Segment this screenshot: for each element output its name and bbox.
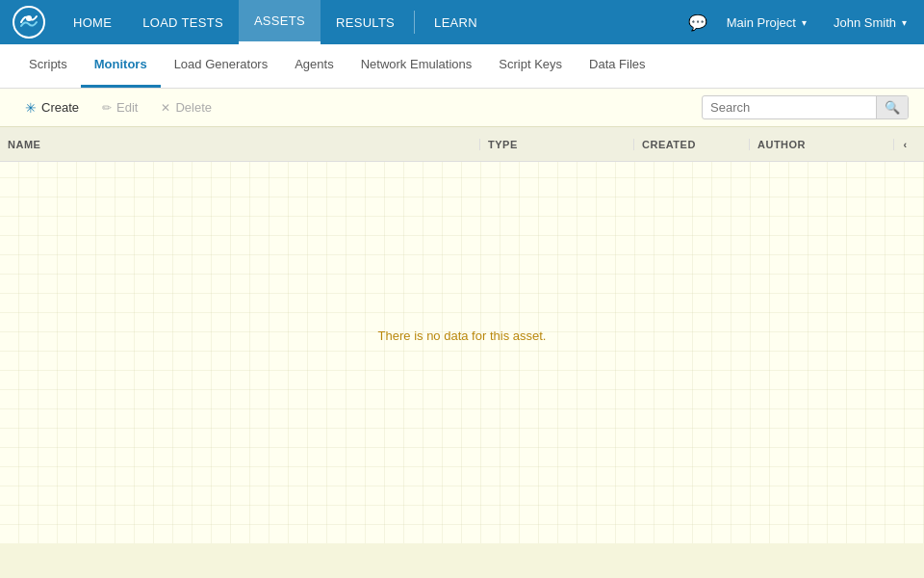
nav-load-tests[interactable]: LOAD TESTS (127, 0, 239, 44)
asterisk-icon: ✳ (25, 100, 37, 116)
nav-learn[interactable]: LEARN (419, 0, 493, 44)
tab-data-files[interactable]: Data Files (576, 43, 659, 88)
search-icon: 🔍 (885, 100, 900, 115)
svg-point-1 (26, 15, 32, 21)
edit-button[interactable]: ✏ Edit (92, 95, 147, 119)
table-header: NAME TYPE CREATED AUTHOR ‹ (0, 127, 924, 162)
nav-home[interactable]: HOME (58, 0, 127, 44)
search-input[interactable] (703, 96, 876, 118)
col-header-name: NAME (8, 139, 479, 150)
empty-message: There is no data for this asset. (378, 328, 547, 343)
search-wrapper: 🔍 (702, 95, 909, 119)
app-logo (10, 5, 48, 39)
edit-icon: ✏ (102, 101, 112, 115)
project-selector[interactable]: Main Project ▾ (719, 12, 814, 34)
toolbar: ✳ Create ✏ Edit ✕ Delete 🔍 (0, 89, 924, 127)
nav-right: 💬 Main Project ▾ John Smith ▾ (688, 12, 914, 34)
nav-divider (414, 11, 415, 34)
tab-load-generators[interactable]: Load Generators (161, 43, 282, 88)
delete-button[interactable]: ✕ Delete (151, 95, 221, 119)
create-button[interactable]: ✳ Create (15, 95, 89, 120)
nav-results[interactable]: RESULTS (321, 0, 410, 44)
col-header-created: CREATED (633, 139, 749, 150)
nav-assets[interactable]: ASSETS (239, 0, 321, 44)
sub-nav: Scripts Monitors Load Generators Agents … (0, 44, 924, 89)
user-chevron: ▾ (902, 17, 907, 28)
tab-scripts[interactable]: Scripts (15, 43, 81, 88)
top-nav: HOME LOAD TESTS ASSETS RESULTS LEARN 💬 M… (0, 0, 924, 44)
nav-links: HOME LOAD TESTS ASSETS RESULTS LEARN (58, 0, 688, 44)
tab-script-keys[interactable]: Script Keys (485, 43, 576, 88)
tab-monitors[interactable]: Monitors (81, 43, 161, 88)
messages-icon[interactable]: 💬 (688, 13, 707, 32)
col-header-author: AUTHOR (749, 139, 893, 150)
user-menu[interactable]: John Smith ▾ (826, 12, 914, 34)
search-button[interactable]: 🔍 (876, 96, 908, 118)
delete-icon: ✕ (161, 101, 170, 115)
tab-agents[interactable]: Agents (281, 43, 346, 88)
col-header-type: TYPE (479, 139, 633, 150)
svg-point-0 (13, 7, 44, 38)
tab-network-emulations[interactable]: Network Emulations (347, 43, 486, 88)
project-chevron: ▾ (802, 17, 807, 28)
col-header-arrow[interactable]: ‹ (893, 139, 916, 150)
table-area: NAME TYPE CREATED AUTHOR ‹ There is no d… (0, 127, 924, 543)
